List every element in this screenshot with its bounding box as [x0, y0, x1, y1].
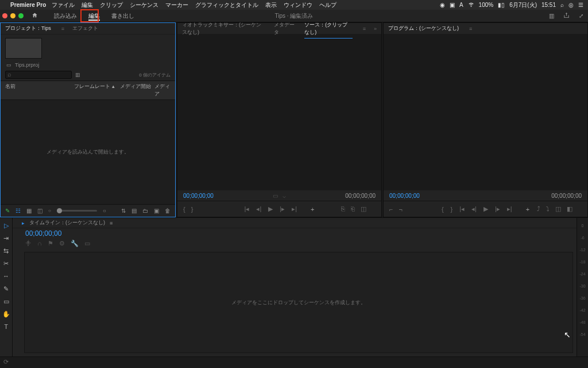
- program-tc-in[interactable]: 00;00;00;00: [389, 193, 420, 199]
- mark-in2-icon[interactable]: {: [442, 206, 444, 213]
- go-to-in-icon[interactable]: |◂: [245, 205, 250, 213]
- mark-out-icon[interactable]: ¬: [399, 206, 402, 213]
- menu-marker[interactable]: マーカー: [165, 1, 188, 9]
- mark-out2-icon[interactable]: }: [451, 206, 453, 213]
- tab-program[interactable]: プログラム：(シーケンスなし): [388, 23, 459, 34]
- tab-timeline[interactable]: タイムライン：(シーケンスなし): [29, 219, 105, 227]
- play-icon[interactable]: ▶: [268, 205, 273, 213]
- mark-in-icon[interactable]: ⌐: [389, 206, 393, 213]
- new-item-icon[interactable]: ▣: [154, 208, 159, 214]
- ime-icon[interactable]: A: [459, 2, 463, 8]
- freeform-view-icon[interactable]: ◫: [37, 208, 42, 214]
- home-icon[interactable]: [32, 12, 38, 20]
- app-name[interactable]: Premiere Pro: [10, 2, 46, 8]
- settings-icon[interactable]: ⚙: [59, 240, 65, 247]
- panel-menu-icon[interactable]: ≡: [61, 26, 64, 32]
- col-media[interactable]: メディア: [154, 83, 171, 98]
- lift-icon[interactable]: ⤴: [537, 205, 540, 213]
- wrench-icon[interactable]: 🔧: [71, 240, 79, 247]
- window-minimize-button[interactable]: [10, 13, 16, 18]
- track-select-tool-icon[interactable]: ⇥: [2, 234, 10, 242]
- sync-icon[interactable]: ⟳: [3, 358, 9, 366]
- zoom-in-icon[interactable]: ○: [103, 208, 106, 214]
- timeline-drop-area[interactable]: メディアをここにドロップしてシーケンスを作成します。: [24, 252, 573, 353]
- add-button-icon[interactable]: +: [311, 206, 314, 213]
- slip-tool-icon[interactable]: ↔: [2, 272, 10, 280]
- overwrite-icon[interactable]: ⎗: [351, 205, 355, 213]
- battery-icon[interactable]: ▮▯: [498, 2, 505, 8]
- tab-effects[interactable]: エフェクト: [72, 23, 98, 34]
- step-fwd-icon[interactable]: |▸: [280, 205, 285, 213]
- record-icon[interactable]: ◉: [440, 2, 445, 8]
- project-empty-message[interactable]: メディアを読み込んで開始します。: [1, 100, 175, 204]
- zoom-out-icon[interactable]: ○: [48, 208, 51, 213]
- timeline-caret-icon[interactable]: ▸: [22, 220, 25, 226]
- selection-tool-icon[interactable]: ▷: [2, 221, 10, 229]
- tab-project[interactable]: プロジェクト：Tips: [5, 23, 51, 34]
- delete-icon[interactable]: 🗑: [165, 208, 171, 214]
- siri-icon[interactable]: ◎: [568, 2, 574, 8]
- mark-in-icon[interactable]: {: [183, 206, 185, 213]
- rectangle-tool-icon[interactable]: ▭: [2, 297, 10, 305]
- snap-icon[interactable]: ⸎: [25, 240, 32, 247]
- col-media-start[interactable]: メディア開始: [120, 83, 154, 98]
- menu-file[interactable]: ファイル: [52, 1, 75, 9]
- menu-clip[interactable]: クリップ: [100, 1, 123, 9]
- razor-tool-icon[interactable]: ✂: [2, 259, 10, 267]
- menu-window[interactable]: ウィンドウ: [284, 1, 312, 9]
- project-search-input[interactable]: [5, 71, 72, 79]
- panel-menu-icon[interactable]: ≡: [469, 26, 472, 32]
- timeline-timecode[interactable]: 00;00;00;00: [13, 228, 577, 237]
- pencil-icon[interactable]: ✎: [5, 208, 10, 214]
- tab-audio-mixer[interactable]: ィオトラックミキサー：(シーケンスなし): [182, 20, 266, 38]
- source-tc-out[interactable]: 00;00;00;00: [345, 193, 376, 199]
- insert-icon[interactable]: ⎘: [341, 205, 345, 213]
- find-icon[interactable]: ▤: [131, 208, 137, 214]
- bin-filter-icon[interactable]: ▥: [75, 72, 80, 78]
- panel-menu-icon[interactable]: ≡: [363, 26, 366, 32]
- source-tc-in[interactable]: 00;00;00;00: [183, 193, 214, 199]
- compare-icon[interactable]: ◧: [567, 205, 572, 213]
- menu-graphics[interactable]: グラフィックとタイトル: [195, 1, 258, 9]
- mark-out-icon[interactable]: }: [191, 206, 194, 213]
- control-center-icon[interactable]: ☰: [578, 2, 583, 8]
- spotlight-icon[interactable]: ⌕: [560, 2, 564, 8]
- type-tool-icon[interactable]: T: [2, 323, 10, 331]
- stop-icon[interactable]: ▣: [450, 2, 455, 8]
- col-name[interactable]: 名前: [5, 83, 74, 98]
- extract-icon[interactable]: ⤵: [546, 205, 550, 213]
- pen-tool-icon[interactable]: ✎: [2, 285, 10, 293]
- hand-tool-icon[interactable]: ✋: [2, 310, 10, 318]
- share-icon[interactable]: [563, 12, 570, 20]
- tab-source[interactable]: ソース：(クリップなし): [304, 20, 352, 38]
- go-to-out-icon[interactable]: ▸|: [507, 205, 512, 213]
- add-button-icon[interactable]: +: [526, 206, 529, 213]
- program-tc-out[interactable]: 00;00;00;00: [551, 193, 582, 199]
- col-framerate[interactable]: フレームレート ▴: [74, 83, 120, 98]
- zoom-dropdown[interactable]: ⌵: [283, 193, 286, 199]
- step-back-icon[interactable]: ◂|: [471, 205, 477, 213]
- export-frame-icon[interactable]: ◫: [555, 205, 561, 213]
- icon-view-icon[interactable]: ▦: [26, 208, 32, 214]
- sort-icon[interactable]: ⇅: [121, 208, 126, 214]
- window-zoom-button[interactable]: [18, 13, 24, 18]
- list-view-icon[interactable]: ☷: [16, 208, 21, 214]
- fit-icon[interactable]: ▭: [273, 193, 278, 199]
- overflow-icon[interactable]: »: [374, 26, 377, 32]
- linked-sel-icon[interactable]: ∩: [37, 240, 42, 247]
- menu-view[interactable]: 表示: [265, 1, 277, 9]
- menu-help[interactable]: ヘルプ: [319, 1, 336, 9]
- new-bin-icon[interactable]: 🗀: [142, 208, 148, 214]
- fullscreen-icon[interactable]: ⤢: [579, 13, 583, 19]
- step-fwd-icon[interactable]: |▸: [495, 205, 500, 213]
- menu-edit[interactable]: 編集: [82, 1, 93, 9]
- go-to-in-icon[interactable]: |◂: [459, 205, 465, 213]
- quick-export-icon[interactable]: ▥: [549, 13, 554, 19]
- go-to-out-icon[interactable]: ▸|: [292, 205, 297, 213]
- panel-menu-icon[interactable]: ≡: [110, 220, 113, 226]
- marker-add-icon[interactable]: ⚑: [48, 240, 53, 247]
- export-frame-icon[interactable]: ◫: [361, 205, 366, 213]
- wifi-icon[interactable]: [468, 1, 474, 9]
- program-viewport[interactable]: [384, 34, 587, 190]
- tab-import[interactable]: 読み込み: [48, 10, 83, 22]
